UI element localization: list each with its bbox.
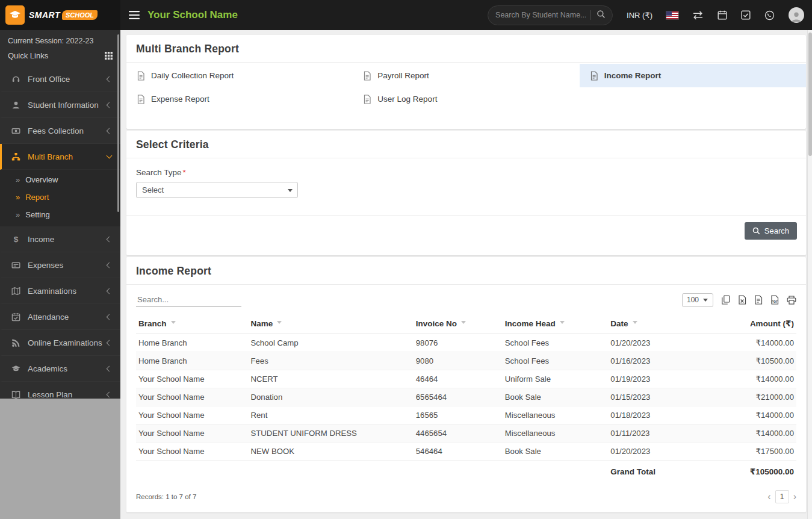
table-search-input[interactable] [136,293,241,307]
calendar-icon[interactable] [717,10,727,20]
empty-cell [136,461,608,483]
sidebar-menu: Current Session: 2022-23 Quick Links Fro… [0,30,120,399]
sort-caret-icon [171,321,176,326]
print-icon[interactable] [787,296,796,305]
search-type-select-wrap: Select [136,182,298,198]
sidebar-item-multi-branch[interactable]: Multi Branch [0,144,120,170]
copy-icon[interactable] [721,295,730,305]
sidebar-item-academics[interactable]: Academics [0,356,120,382]
sidebar-item-expenses[interactable]: Expenses [0,252,120,278]
sidebar-scrollbar[interactable] [117,34,119,212]
pdf-export-icon[interactable]: PDF [770,295,779,305]
sidebar-subitem-report[interactable]: Report [0,188,120,206]
excel-export-icon[interactable] [738,295,746,305]
currency-selector[interactable]: INR (₹) [627,11,652,20]
report-link-label: Income Report [604,71,662,80]
records-info: Records: 1 to 7 of 7 [136,493,196,500]
sidebar-item-examinations[interactable]: Examinations [0,278,120,304]
cell-branch: Your School Name [136,388,248,406]
sidebar-item-income[interactable]: $ Income [0,226,120,252]
table-row: Your School NameNEW BOOK546464Book Sale0… [136,443,796,461]
search-type-select[interactable]: Select [136,182,298,198]
menu-label: Student Information [28,101,107,110]
sidebar-item-fees-collection[interactable]: Fees Collection [0,118,120,144]
sort-caret-icon [277,321,282,326]
column-header-income-head[interactable]: Income Head [503,313,609,334]
cell-date: 01/16/2023 [608,352,701,370]
pagination-prev-icon[interactable]: ‹ [767,492,770,502]
branch-exchange-icon[interactable] [692,11,704,20]
cell-date: 01/15/2023 [608,388,701,406]
income-table: Branch Name Invoice No Income Head Date … [136,313,796,482]
grid-icon [105,52,113,60]
sidebar-item-student-information[interactable]: Student Information [0,92,120,118]
cell-name: Donation [248,388,413,406]
search-button[interactable]: Search [745,222,797,240]
menu-label: Income [28,235,107,244]
cell-amount: ₹17500.00 [701,443,796,461]
double-angle-icon [16,211,20,219]
table-row: Home BranchFees9080School Fees01/16/2023… [136,352,796,370]
report-link-expense[interactable]: Expense Report [126,87,353,111]
graduation-cap-icon [11,364,21,373]
multi-branch-report-card: Multi Branch Report Daily Collection Rep… [126,35,806,129]
cell-invoice-no: 98076 [414,334,503,352]
cell-name: School Camp [248,334,413,352]
whatsapp-icon[interactable] [764,10,775,20]
sidebar-item-lesson-plan[interactable]: Lesson Plan [0,382,120,399]
language-flag-us-icon[interactable] [666,11,678,19]
column-label: Branch [138,319,167,328]
table-header-row: Branch Name Invoice No Income Head Date … [136,313,796,334]
column-label: Name [250,319,273,328]
table-row: Your School NameRent16565Miscellaneous01… [136,406,796,424]
sidebar-subitem-setting[interactable]: Setting [0,206,120,223]
table-row: Your School NameSTUDENT UNIFORM DRESS446… [136,424,796,443]
column-header-amount[interactable]: Amount (₹) [701,313,796,334]
column-header-branch[interactable]: Branch [136,313,248,334]
sidebar-item-attendance[interactable]: Attendance [0,304,120,330]
column-header-name[interactable]: Name [248,313,413,334]
cell-date: 01/18/2023 [608,406,701,424]
task-check-icon[interactable] [741,10,751,20]
sort-caret-icon [560,321,565,326]
card-header: Multi Branch Report [126,35,806,63]
pagination-page-1[interactable]: 1 [775,490,789,503]
sidebar-item-front-office[interactable]: Front Office [0,66,120,92]
column-header-date[interactable]: Date [608,313,701,334]
search-icon[interactable] [597,10,606,20]
hamburger-icon[interactable] [129,11,140,19]
page-scrollbar[interactable] [807,30,812,519]
cell-branch: Home Branch [136,352,248,370]
csv-export-icon[interactable] [754,295,763,305]
scrollbar-thumb[interactable] [808,33,812,156]
column-header-invoice-no[interactable]: Invoice No [414,313,503,334]
page-size-select[interactable]: 100 [682,293,713,307]
sitemap-icon [11,152,21,161]
report-link-daily-collection[interactable]: Daily Collection Report [126,64,353,87]
app-logo[interactable]: SMART SCHOOL [0,0,120,30]
cell-amount: ₹14000.00 [701,334,796,352]
cell-income-head: Book Sale [503,388,609,406]
sidebar-item-online-examinations[interactable]: Online Examinations [0,330,120,356]
cell-branch: Your School Name [136,424,248,443]
quick-links[interactable]: Quick Links [8,51,113,62]
chevron-left-icon [107,102,113,108]
cell-branch: Home Branch [136,334,248,352]
report-link-user-log[interactable]: User Log Report [353,87,579,111]
divider [590,10,591,20]
graduation-cap-logo-icon [5,5,25,25]
brand: SMART SCHOOL [29,10,98,20]
cell-amount: ₹21000.00 [701,388,796,406]
report-link-payroll[interactable]: Payroll Report [353,64,579,87]
menu-label: Expenses [28,261,107,270]
page-size-select-wrap: 100 [682,293,713,307]
student-search-input[interactable] [491,11,590,19]
cell-branch: Your School Name [136,370,248,388]
report-link-income[interactable]: Income Report [580,64,806,87]
money-bill-icon [11,126,21,135]
pagination-next-icon[interactable]: › [793,492,796,502]
card-title: Income Report [136,265,796,278]
cell-date: 01/20/2023 [608,443,701,461]
sidebar-subitem-overview[interactable]: Overview [0,171,120,188]
user-avatar[interactable] [789,7,804,23]
